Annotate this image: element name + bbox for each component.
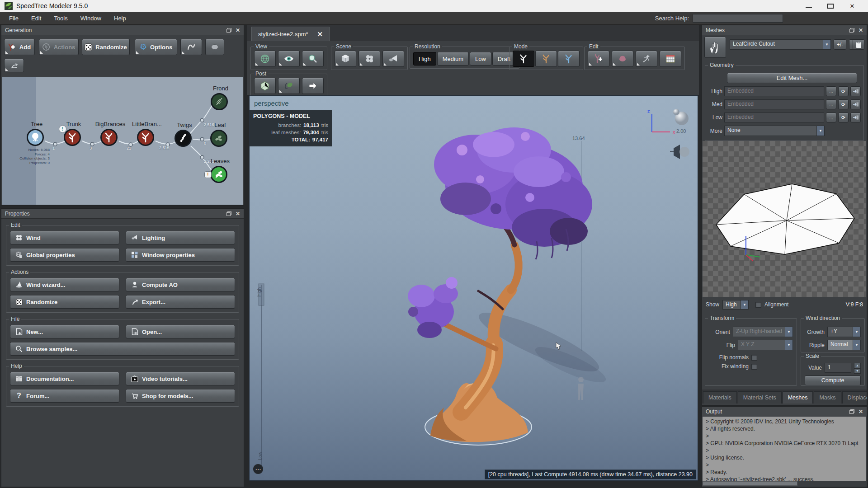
compute-ao-button[interactable]: Compute AO <box>126 278 235 291</box>
export-med-button[interactable] <box>850 99 861 109</box>
ripple-dropdown[interactable]: Normal ▼ <box>827 340 861 350</box>
paste-mesh-button[interactable] <box>853 39 864 50</box>
mesh-select-dropdown[interactable]: LeafCircle Cutout ▼ <box>730 39 831 50</box>
scene-objects-button[interactable] <box>335 51 356 67</box>
tab-masks[interactable]: Masks <box>814 391 841 404</box>
output-scrollbar-thumb[interactable] <box>703 481 797 486</box>
window-properties-button[interactable]: Window properties <box>126 248 235 262</box>
apply-forward-button[interactable] <box>302 78 324 94</box>
mesh-low-field[interactable]: Embedded <box>724 113 824 122</box>
tab-displacement[interactable]: Displace <box>842 391 867 404</box>
close-panel-icon[interactable]: ✕ <box>236 211 240 216</box>
scale-value-stepper[interactable]: ▲▼ <box>854 363 861 373</box>
leaf-recompute-button[interactable] <box>278 78 300 94</box>
float-panel-icon[interactable] <box>849 28 854 33</box>
randomize-action-button[interactable]: Randomize <box>10 295 119 309</box>
node-leaf[interactable] <box>210 130 227 147</box>
curves-button[interactable] <box>180 39 202 55</box>
resolution-high[interactable]: High <box>413 52 436 66</box>
close-panel-icon[interactable]: ✕ <box>236 28 240 33</box>
mesh-high-field[interactable]: Embedded <box>724 86 824 96</box>
eraser-button[interactable] <box>205 39 224 55</box>
output-scrollbar[interactable] <box>703 481 866 486</box>
scene-light-button[interactable] <box>382 51 404 67</box>
node-littlebran[interactable] <box>137 129 154 146</box>
close-panel-icon[interactable]: ✕ <box>859 409 863 414</box>
randomize-button[interactable]: Randomize <box>82 39 130 55</box>
mesh-med-field[interactable]: Embedded <box>724 99 824 109</box>
node-trunk[interactable] <box>64 129 81 146</box>
float-panel-icon[interactable] <box>226 28 231 33</box>
global-properties-button[interactable]: Global properties <box>10 248 119 262</box>
float-panel-icon[interactable] <box>849 409 854 414</box>
search-help-input[interactable] <box>693 14 783 23</box>
show-lod-dropdown[interactable]: High ▼ <box>722 300 749 310</box>
forum-button[interactable]: ? Forum... <box>10 389 119 403</box>
wind-wizard-button[interactable]: Wind wizard... <box>10 278 119 291</box>
actions-button[interactable]: Actions <box>39 39 79 55</box>
export-high-button[interactable] <box>850 86 861 96</box>
add-node-button[interactable]: Add <box>4 39 35 55</box>
close-panel-icon[interactable]: ✕ <box>859 28 863 33</box>
node-tree[interactable] <box>27 129 44 146</box>
wind-button[interactable]: Wind <box>10 231 119 244</box>
mode-node-edit-button[interactable] <box>558 51 580 67</box>
resolution-medium[interactable]: Medium <box>437 52 469 66</box>
alignment-checkbox[interactable] <box>755 302 761 308</box>
document-tab[interactable]: stylized-tree2.spm* ✕ <box>251 27 330 41</box>
move-branch-button[interactable] <box>4 59 24 72</box>
node-leaves[interactable] <box>210 166 227 183</box>
tab-material-sets[interactable]: Material Sets <box>738 391 782 404</box>
tab-meshes[interactable]: Meshes <box>783 391 813 404</box>
lighting-button[interactable]: Lighting <box>126 231 235 244</box>
more-meshes-dropdown[interactable]: None ▼ <box>724 126 825 136</box>
hex-mesh-button[interactable] <box>254 78 276 94</box>
documentation-button[interactable]: Documentation... <box>10 372 119 385</box>
tab-close-icon[interactable]: ✕ <box>317 30 323 38</box>
orient-dropdown[interactable]: Z-Up Right-handed ▼ <box>733 327 793 337</box>
refresh-low-button[interactable]: ⟳ <box>838 113 849 122</box>
node-graph[interactable]: 1 3 21 2,515 2,516 0 2,201 Tree Trunk Bi… <box>2 77 243 205</box>
menu-help[interactable]: Help <box>108 13 132 23</box>
scale-value-field[interactable]: 1 <box>825 363 851 373</box>
menu-edit[interactable]: Edit <box>26 13 47 23</box>
add-generator-button[interactable] <box>588 51 609 67</box>
fix-winding-checkbox[interactable] <box>751 364 757 370</box>
zoom-tools-button[interactable] <box>302 51 324 67</box>
menu-window[interactable]: Window <box>75 13 107 23</box>
flip-normals-checkbox[interactable] <box>751 355 757 361</box>
browse-med-button[interactable]: ... <box>826 99 836 109</box>
wireframe-view-button[interactable] <box>254 51 276 67</box>
scene-wind-button[interactable] <box>359 51 380 67</box>
browse-low-button[interactable]: ... <box>826 113 836 122</box>
viewport-3d[interactable]: perspective 13.64 z x 2.00 High Low POLY… <box>249 95 698 481</box>
flip-dropdown[interactable]: X Y Z ▼ <box>738 340 793 350</box>
node-twigs[interactable] <box>175 130 192 147</box>
minimize-button[interactable] <box>806 4 812 8</box>
node-frond[interactable] <box>211 93 228 110</box>
compute-scale-button[interactable]: Compute <box>805 375 861 385</box>
refresh-med-button[interactable]: ⟳ <box>838 99 849 109</box>
mode-gesture-button[interactable] <box>535 51 557 67</box>
edit-mesh-button[interactable]: Edit Mesh... <box>727 73 857 83</box>
visibility-button[interactable] <box>278 51 300 67</box>
close-button[interactable]: ✕ <box>849 3 855 9</box>
season-button[interactable] <box>660 51 681 67</box>
growth-dropdown[interactable]: +Y ▼ <box>827 327 861 337</box>
prune-button[interactable] <box>612 51 633 67</box>
add-remove-mesh-button[interactable]: +/- <box>834 39 846 50</box>
export-button[interactable]: Export... <box>126 295 235 309</box>
node-bigbrances[interactable] <box>100 129 118 146</box>
menu-tools[interactable]: Tools <box>48 13 73 23</box>
new-file-button[interactable]: New... <box>10 325 119 338</box>
resolution-low[interactable]: Low <box>470 52 491 66</box>
shop-models-button[interactable]: Shop for models... <box>126 389 235 403</box>
mode-branch-button[interactable] <box>513 51 534 67</box>
browse-high-button[interactable]: ... <box>826 86 836 96</box>
open-file-button[interactable]: Open... <box>126 325 235 338</box>
viewport-more-button[interactable]: ⋯ <box>253 464 263 474</box>
browse-samples-button[interactable]: Browse samples... <box>10 342 235 356</box>
hand-tool-button[interactable] <box>704 37 726 58</box>
video-tutorials-button[interactable]: Video tutorials... <box>126 372 235 385</box>
mesh-preview[interactable] <box>703 141 866 297</box>
